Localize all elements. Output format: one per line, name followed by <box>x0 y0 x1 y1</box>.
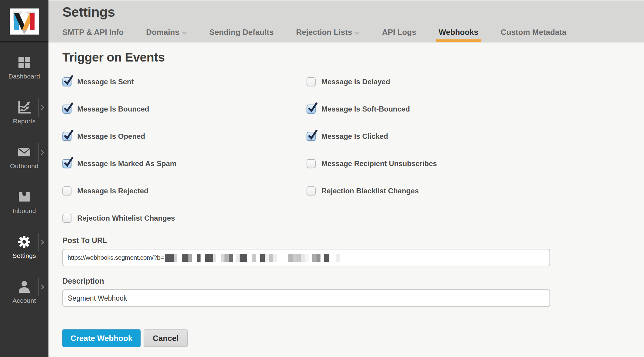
create-webhook-button[interactable]: Create Webhook <box>62 329 141 347</box>
redacted-block <box>224 254 229 262</box>
tab-sending-defaults[interactable]: Sending Defaults <box>209 28 274 38</box>
redacted-block <box>317 254 320 262</box>
checkbox-message-is-bounced[interactable] <box>62 105 71 114</box>
post-to-url-input[interactable]: https://webhooks.segment.com/?b= <box>62 249 550 266</box>
gear-icon <box>17 235 31 249</box>
redacted-block <box>174 254 177 262</box>
sidebar-item-settings[interactable]: Settings <box>0 230 48 275</box>
sidebar-item-outbound[interactable]: Outbound <box>0 140 48 185</box>
sidebar-item-label: Settings <box>12 252 36 259</box>
checkbox-message-is-sent[interactable] <box>62 77 71 86</box>
person-icon <box>17 280 31 293</box>
tab-api-logs[interactable]: API Logs <box>382 28 416 38</box>
checkbox-message-is-marked-as-spam[interactable] <box>62 159 71 168</box>
checkbox-label[interactable]: Message Is Soft-Bounced <box>321 105 410 113</box>
sidebar-item-label: Reports <box>13 118 36 125</box>
redacted-block <box>273 254 277 262</box>
redacted-block <box>305 254 309 262</box>
event-row: Message Is Delayed <box>307 68 437 95</box>
envelope-icon <box>17 145 31 159</box>
main-content: Trigger on Events Message Is Sent Messag… <box>48 42 644 357</box>
mandrill-logo[interactable] <box>10 8 39 35</box>
redacted-block <box>252 254 256 262</box>
redacted-block <box>336 254 340 262</box>
checkbox-label[interactable]: Rejection Whitelist Changes <box>77 214 175 222</box>
sidebar-item-label: Dashboard <box>8 73 40 80</box>
description-input[interactable] <box>62 289 550 307</box>
sidebar-item-label: Outbound <box>10 162 38 170</box>
logo-section <box>0 0 48 42</box>
checkmark-icon <box>62 129 74 141</box>
event-row: Message Is Sent <box>62 68 307 95</box>
checkbox-label[interactable]: Message Recipient Unsubscribes <box>321 159 437 168</box>
checkbox-label[interactable]: Message Is Clicked <box>321 132 388 141</box>
checkmark-icon <box>62 102 74 113</box>
header: Settings SMTP & API Info Domains Sending… <box>48 0 644 42</box>
sidebar-item-dashboard[interactable]: Dashboard <box>0 50 48 95</box>
chevron-right-icon[interactable] <box>38 143 46 162</box>
redacted-block <box>182 254 188 262</box>
caret-down-icon <box>182 32 187 35</box>
chevron-right-icon[interactable] <box>38 98 46 117</box>
checkbox-label[interactable]: Message Is Sent <box>77 78 134 86</box>
redacted-block <box>324 254 329 262</box>
sidebar-item-reports[interactable]: Reports <box>0 95 48 140</box>
event-checkbox-grid: Message Is Sent Message Is Bounced Messa… <box>62 68 644 232</box>
checkbox-message-is-delayed[interactable] <box>307 77 316 86</box>
event-row: Message Is Marked As Spam <box>62 150 307 177</box>
section-heading: Trigger on Events <box>62 50 644 65</box>
tab-label: Sending Defaults <box>209 28 274 37</box>
checkbox-message-is-opened[interactable] <box>62 132 71 141</box>
url-redacted-blocks <box>164 249 340 266</box>
checkbox-message-is-soft-bounced[interactable] <box>307 105 316 114</box>
chevron-right-icon[interactable] <box>38 278 46 296</box>
checkbox-rejection-blacklist-changes[interactable] <box>307 186 316 195</box>
cancel-button[interactable]: Cancel <box>144 329 188 347</box>
tab-custom-metadata[interactable]: Custom Metadata <box>501 28 566 38</box>
checkbox-label[interactable]: Message Is Opened <box>77 132 145 141</box>
checkbox-label[interactable]: Message Is Bounced <box>77 105 149 113</box>
tab-rejection-lists[interactable]: Rejection Lists <box>296 28 360 38</box>
redacted-block <box>240 254 247 262</box>
redacted-block <box>213 254 216 262</box>
event-row: Message Is Soft-Bounced <box>307 95 437 123</box>
tab-label: Domains <box>146 28 179 37</box>
tab-label: Webhooks <box>439 28 478 37</box>
sidebar-item-label: Account <box>12 297 36 304</box>
chart-icon <box>17 101 31 114</box>
event-row: Message Is Bounced <box>62 95 307 123</box>
tab-label: Custom Metadata <box>501 28 566 37</box>
sidebar-item-inbound[interactable]: Inbound <box>0 185 48 230</box>
tab-label: API Logs <box>382 28 416 37</box>
post-to-url-label: Post To URL <box>62 236 644 245</box>
sidebar-item-account[interactable]: Account <box>0 275 48 319</box>
tab-smtp-api-info[interactable]: SMTP & API Info <box>62 28 124 38</box>
tab-label: Rejection Lists <box>296 28 352 37</box>
events-column-left: Message Is Sent Message Is Bounced Messa… <box>62 68 307 232</box>
redacted-block <box>205 254 213 262</box>
mandrill-m-icon <box>10 8 39 35</box>
checkbox-label[interactable]: Rejection Blacklist Changes <box>321 187 419 195</box>
checkmark-icon <box>307 129 318 141</box>
chevron-right-icon[interactable] <box>38 233 46 252</box>
event-row: Message Is Clicked <box>307 123 437 150</box>
sidebar-item-label: Inbound <box>12 207 36 215</box>
checkbox-message-is-clicked[interactable] <box>307 132 316 141</box>
redacted-block <box>260 254 265 262</box>
checkmark-icon <box>62 156 74 168</box>
description-label: Description <box>62 277 644 285</box>
checkbox-rejection-whitelist-changes[interactable] <box>62 214 71 223</box>
tab-webhooks[interactable]: Webhooks <box>439 28 478 38</box>
checkbox-label[interactable]: Message Is Marked As Spam <box>77 159 176 168</box>
checkbox-message-is-rejected[interactable] <box>62 186 71 195</box>
inbox-icon <box>17 190 31 204</box>
tab-domains[interactable]: Domains <box>146 28 187 38</box>
redacted-block <box>312 254 317 262</box>
grid-icon <box>18 56 31 69</box>
checkbox-message-recipient-unsubscribes[interactable] <box>307 159 316 168</box>
form-actions: Create Webhook Cancel <box>62 329 644 347</box>
checkbox-label[interactable]: Message Is Rejected <box>77 187 148 195</box>
tab-label: SMTP & API Info <box>62 28 124 37</box>
checkbox-label[interactable]: Message Is Delayed <box>321 78 390 86</box>
redacted-block <box>165 254 174 262</box>
